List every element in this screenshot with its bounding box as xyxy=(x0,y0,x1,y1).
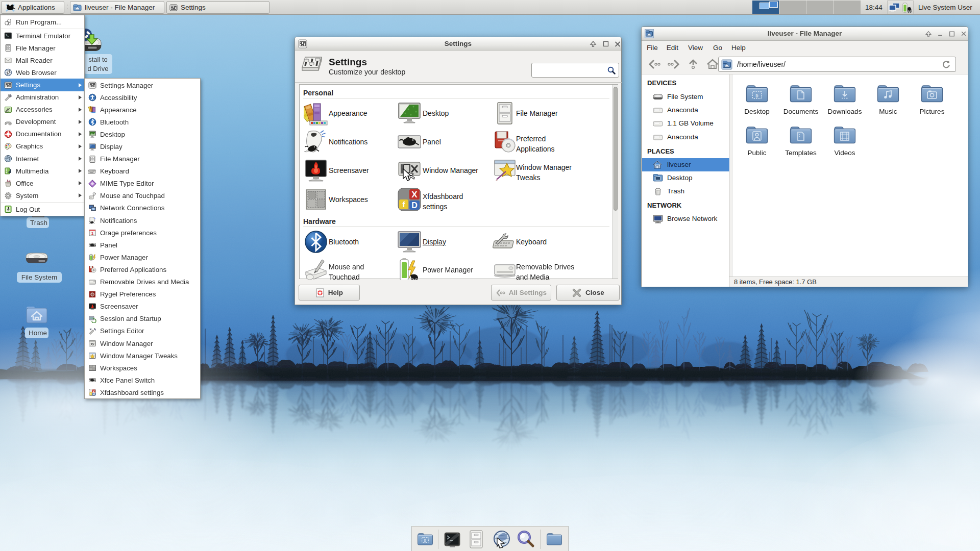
svg-text:X: X xyxy=(411,190,418,199)
svg-text:D: D xyxy=(411,201,418,210)
svg-text:D: D xyxy=(755,94,758,99)
svg-text:1: 1 xyxy=(91,231,94,236)
svg-text:D: D xyxy=(93,392,95,396)
svg-text:D: D xyxy=(424,539,426,543)
